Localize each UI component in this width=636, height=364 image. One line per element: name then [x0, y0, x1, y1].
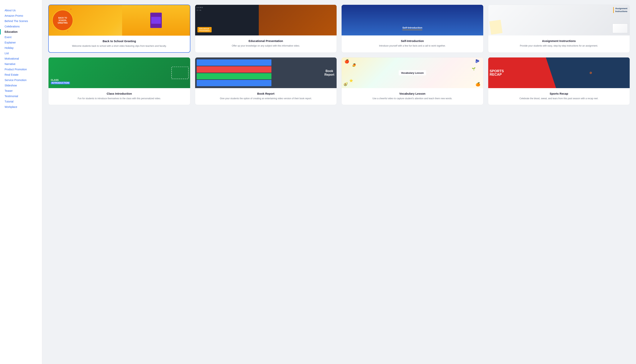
card-row: BACK TOSCHOOLGREETING ✦ ✦ Back to School… — [48, 4, 630, 53]
card-description: Introduce yourself with a few fun facts … — [345, 44, 480, 48]
sidebar-item-slideshow[interactable]: Slideshow — [5, 83, 42, 88]
card-description: Fun for students to introduce themselves… — [52, 97, 187, 100]
main-content: BACK TOSCHOOLGREETING ✦ ✦ Back to School… — [42, 0, 636, 364]
sports-thumbnail: SPORTSRECAP 🏀 — [488, 58, 630, 88]
sidebar-item-narrative[interactable]: Narrative — [5, 61, 42, 67]
card-title: Class Introduction — [52, 92, 187, 95]
sidebar-item-real-estate[interactable]: Real Estate — [5, 72, 42, 78]
self-intro-thumbnail: Self-Introduction — [342, 5, 483, 36]
sidebar-nav: About UsAmazon PromoBehind The ScenesCel… — [5, 8, 42, 110]
template-card-self-introduction[interactable]: Self-Introduction Self-IntroductionIntro… — [341, 4, 483, 53]
class-intro-thumbnail: CLASSINTRODUCTION — [49, 58, 190, 88]
card-body-self-introduction: Self-IntroductionIntroduce yourself with… — [342, 36, 483, 52]
template-card-back-to-school[interactable]: BACK TOSCHOOLGREETING ✦ ✦ Back to School… — [48, 4, 190, 53]
card-row: CLASSINTRODUCTION Class IntroductionFun … — [48, 57, 630, 105]
card-title: Book Report — [198, 92, 334, 95]
sidebar: About UsAmazon PromoBehind The ScenesCel… — [0, 0, 42, 364]
sidebar-item-list[interactable]: List — [5, 50, 42, 56]
sidebar-item-product-promotion[interactable]: Product Promotion — [5, 67, 42, 72]
card-title: Vocabulary Lesson — [345, 92, 480, 95]
card-description: Offer up your knowledge on any subject w… — [198, 44, 334, 48]
template-card-book-report[interactable]: BookReport Book ReportGive your students… — [195, 57, 337, 105]
card-body-vocabulary-lesson: Vocabulary LessonUse a cheerful video to… — [342, 88, 483, 105]
template-card-class-introduction[interactable]: CLASSINTRODUCTION Class IntroductionFun … — [48, 57, 190, 105]
card-body-book-report: Book ReportGive your students the option… — [195, 88, 337, 105]
sidebar-item-education[interactable]: Education — [5, 29, 42, 34]
card-description: Provide your students with easy, step-by… — [491, 44, 627, 48]
card-container: BACK TOSCHOOLGREETING ✦ ✦ Back to School… — [48, 4, 630, 105]
card-description: Welcome students back to school with a s… — [52, 44, 187, 48]
card-description: Use a cheerful video to capture student'… — [345, 97, 480, 100]
card-title: Self-Introduction — [345, 39, 480, 42]
card-body-sports-recap: Sports RecapCelebrate the blood, sweat, … — [488, 88, 630, 105]
back-to-school-thumbnail: BACK TOSCHOOLGREETING ✦ ✦ — [49, 5, 190, 36]
sidebar-item-holiday[interactable]: Holiday — [5, 45, 42, 50]
card-description: Celebrate the blood, sweat, and tears fr… — [491, 97, 627, 100]
template-card-vocabulary-lesson[interactable]: 🍎 🫐 🥭 🥑 🍊 ⭐ 🌱 Vocabulary Lesson Vocabula… — [341, 57, 483, 105]
sidebar-item-behind-the-scenes[interactable]: Behind The Scenes — [5, 18, 42, 24]
sidebar-item-teaser[interactable]: Teaser — [5, 88, 42, 94]
card-body-class-introduction: Class IntroductionFun for students to in… — [49, 88, 190, 105]
card-body-educational-presentation: Educational PresentationOffer up your kn… — [195, 36, 337, 52]
sidebar-item-amazon-promo[interactable]: Amazon Promo — [5, 13, 42, 18]
sidebar-item-celebrations[interactable]: Celebrations — [5, 24, 42, 29]
template-card-sports-recap[interactable]: SPORTSRECAP 🏀 Sports RecapCelebrate the … — [488, 57, 630, 105]
sidebar-item-explainer[interactable]: Explainer — [5, 40, 42, 45]
sidebar-item-service-promotion[interactable]: Service Promotion — [5, 78, 42, 83]
card-body-assignment-instructions: Assignment InstructionsProvide your stud… — [488, 36, 630, 52]
sidebar-item-event[interactable]: Event — [5, 34, 42, 40]
card-title: Assignment Instructions — [491, 39, 627, 42]
template-card-assignment-instructions[interactable]: AssignmentInstructions Assignment Instru… — [488, 4, 630, 53]
card-body-back-to-school: Back to School GreetingWelcome students … — [49, 36, 190, 52]
sidebar-item-tutorial[interactable]: Tutorial — [5, 99, 42, 104]
sidebar-item-testimonial[interactable]: Testimonial — [5, 94, 42, 99]
template-card-educational-presentation[interactable]: b+h M B A = 4x EducationalPresentation E… — [195, 4, 337, 53]
card-title: Back to School Greeting — [52, 40, 187, 43]
card-description: Give your students the option of creatin… — [198, 97, 334, 100]
book-report-thumbnail: BookReport — [195, 58, 337, 88]
card-title: Sports Recap — [491, 92, 627, 95]
assignment-thumbnail: AssignmentInstructions — [488, 5, 630, 36]
sidebar-item-motivational[interactable]: Motivational — [5, 56, 42, 61]
sidebar-item-about-us[interactable]: About Us — [5, 8, 42, 13]
card-title: Educational Presentation — [198, 39, 334, 42]
vocab-thumbnail: 🍎 🫐 🥭 🥑 🍊 ⭐ 🌱 Vocabulary Lesson — [342, 58, 483, 88]
sidebar-item-workplace[interactable]: Workplace — [5, 104, 42, 110]
educational-thumbnail: b+h M B A = 4x EducationalPresentation — [195, 5, 337, 36]
